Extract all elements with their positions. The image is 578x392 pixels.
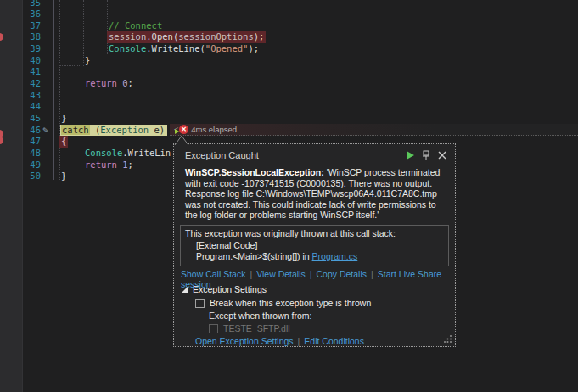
code-text: return 0; xyxy=(85,78,133,90)
callstack-frame: Program.<Main>$(string[]) in Program.cs xyxy=(185,251,444,263)
token: { xyxy=(61,136,66,146)
line-number: 37 xyxy=(0,20,41,32)
code-text: return 1; xyxy=(85,160,133,171)
exception-thrown-icon[interactable]: ✕ xyxy=(179,125,188,134)
highlighted-code: session.Open(sessionOptions); xyxy=(107,31,266,43)
token: } xyxy=(61,113,66,123)
open-exception-settings-link[interactable]: Open Exception Settings xyxy=(195,336,294,346)
perf-tip-banner[interactable]: ≤ ✕ 4ms elapsed xyxy=(170,124,578,136)
line-number: 47 xyxy=(0,136,41,148)
token: Console xyxy=(85,148,122,158)
line-number: 42 xyxy=(0,78,41,90)
module-exclude-row: TESTE_SFTP.dll xyxy=(209,323,290,333)
break-when-thrown-checkbox[interactable] xyxy=(195,299,205,308)
code-text: } xyxy=(61,113,66,125)
popup-settings-links: Open Exception Settings|Edit Conditions xyxy=(195,336,364,346)
line-number: 40 xyxy=(0,55,41,67)
pin-icon[interactable] xyxy=(422,150,430,160)
highlighted-code: catch (Exception e) xyxy=(60,125,167,137)
module-checkbox[interactable] xyxy=(209,324,218,333)
popup-callout-pointer xyxy=(173,134,195,146)
edit-conditions-link[interactable]: Edit Conditions xyxy=(304,336,364,346)
callstack-frame: [External Code] xyxy=(185,240,444,252)
line-number: 45 xyxy=(0,113,41,125)
token: e) xyxy=(149,125,165,135)
token: Open xyxy=(152,31,173,42)
code-line-44[interactable]: 44 xyxy=(0,101,578,113)
elapsed-label: 4ms elapsed xyxy=(191,125,237,134)
code-line-40[interactable]: 40} xyxy=(0,55,578,67)
token: Exception xyxy=(100,125,149,135)
code-text: } xyxy=(85,55,90,67)
vs-debugger-editor: 353637// Connect38session.Open(sessionOp… xyxy=(0,0,578,392)
exception-type: WinSCP.SessionLocalException: xyxy=(185,167,324,177)
code-line-39[interactable]: 39Console.WriteLine("Opened"); xyxy=(0,43,578,55)
except-when-thrown-label: Except when thrown from: xyxy=(209,311,311,321)
line-number: 35 xyxy=(0,0,41,8)
line-number: 49 xyxy=(0,160,41,171)
line-number: 41 xyxy=(0,66,41,78)
token: session xyxy=(109,31,146,42)
highlighted-code: { xyxy=(59,136,68,148)
resize-grip[interactable] xyxy=(443,334,452,344)
expander-triangle-icon xyxy=(182,287,188,293)
token: catch xyxy=(61,125,90,135)
code-text: Console.WriteLine("Opened"); xyxy=(109,43,259,55)
token: ; xyxy=(128,160,133,170)
code-text: // Connect xyxy=(109,20,162,32)
callstack-intro: This exception was originally thrown at … xyxy=(185,228,444,240)
copy-details-link[interactable]: Copy Details xyxy=(317,269,368,279)
callstack-box: This exception was originally thrown at … xyxy=(180,225,449,266)
line-number: 36 xyxy=(0,8,41,20)
code-line-38[interactable]: 38session.Open(sessionOptions); xyxy=(0,31,578,43)
exception-helper-popup: Exception Caught WinSCP.SessionLocalExce… xyxy=(173,143,456,347)
line-number: 50 xyxy=(0,171,41,182)
token: WriteLine xyxy=(152,43,200,53)
code-line-35[interactable]: 35 xyxy=(0,0,578,9)
token: WriteLin xyxy=(128,148,171,158)
exception-settings-expander[interactable]: Exception Settings xyxy=(182,284,267,294)
continue-execution-button[interactable] xyxy=(407,151,414,160)
token: return xyxy=(85,160,117,170)
token: // Connect xyxy=(109,20,162,31)
code-line-37[interactable]: 37// Connect xyxy=(0,20,578,32)
line-number: 43 xyxy=(0,90,41,102)
token: ); xyxy=(248,43,259,53)
token: ); xyxy=(254,31,265,42)
token: ; xyxy=(128,78,133,88)
close-icon[interactable] xyxy=(438,151,446,160)
token: "Opened" xyxy=(205,43,249,53)
token: } xyxy=(85,55,90,65)
line-number: 39 xyxy=(0,43,41,55)
program-cs-link[interactable]: Program.cs xyxy=(312,251,358,261)
code-text: } xyxy=(61,171,66,182)
view-details-link[interactable]: View Details xyxy=(256,269,306,279)
code-line-36[interactable]: 36 xyxy=(0,8,578,20)
line-number: 38 xyxy=(0,31,41,43)
exception-message: WinSCP.SessionLocalException:'WinSCP pro… xyxy=(185,167,446,221)
popup-title: Exception Caught xyxy=(185,150,259,160)
token: Console xyxy=(109,43,146,53)
line-number: 44 xyxy=(0,101,41,113)
line-number: 46 xyxy=(0,125,41,137)
code-line-41[interactable]: 41 xyxy=(0,66,578,78)
code-line-42[interactable]: 42return 0; xyxy=(0,78,578,90)
token: } xyxy=(61,171,66,181)
line-number: 48 xyxy=(0,148,41,160)
code-line-45[interactable]: 45} xyxy=(0,113,578,125)
code-line-43[interactable]: 43 xyxy=(0,90,578,102)
token: ( xyxy=(90,125,101,135)
token: sessionOptions xyxy=(178,31,254,42)
show-call-stack-link[interactable]: Show Call Stack xyxy=(181,269,245,279)
code-text: Console.WriteLin xyxy=(85,148,171,160)
break-when-thrown-row: Break when this exception type is thrown xyxy=(195,298,371,308)
edit-pen-icon: ✎ xyxy=(42,125,48,136)
token: return xyxy=(85,78,117,88)
